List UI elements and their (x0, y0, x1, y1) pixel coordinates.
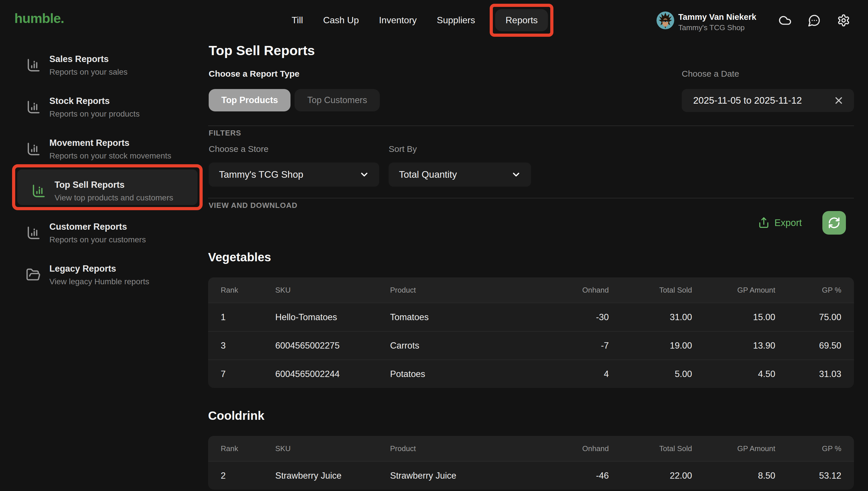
table-cell: Carrots (390, 341, 529, 351)
sort-by-filter-group: Sort By Total Quantity (389, 144, 531, 186)
column-header: Rank (221, 286, 275, 295)
table-cell: Tomatoes (390, 312, 529, 322)
chart-icon (26, 225, 41, 240)
reports-sidebar: Sales Reports Reports on your sales Stoc… (0, 40, 204, 491)
chart-icon (26, 99, 41, 115)
table-cell: 4.50 (692, 369, 775, 379)
nav-item-reports-label: Reports (506, 15, 538, 25)
column-header: Product (390, 286, 529, 295)
sidebar-item-title: Sales Reports (49, 54, 127, 64)
sidebar-item-title: Legacy Reports (49, 263, 149, 274)
table-cell: -30 (529, 312, 609, 322)
chart-icon (26, 142, 41, 156)
table-cell: 7 (221, 369, 275, 379)
chart-icon (31, 183, 46, 198)
column-header: GP % (775, 286, 841, 295)
table-cell: 53.12 (775, 471, 841, 481)
table-cell: 6004565002275 (275, 341, 390, 351)
cloud-sync-icon[interactable] (778, 14, 791, 27)
table-cell: 4 (529, 369, 609, 379)
column-header: Total Sold (609, 444, 692, 453)
report-type-label: Choose a Report Type (209, 69, 380, 79)
report-table: RankSKUProductOnhandTotal SoldGP AmountG… (208, 278, 854, 388)
sidebar-item-legacy-reports[interactable]: Legacy Reports View legacy Humble report… (0, 254, 204, 296)
nav-item-till[interactable]: Till (292, 15, 303, 26)
user-text: Tammy Van Niekerk Tammy's TCG Shop (678, 11, 756, 32)
table-cell: Potatoes (390, 369, 529, 379)
nav-item-inventory[interactable]: Inventory (379, 15, 417, 26)
nav-item-cash-up[interactable]: Cash Up (323, 15, 359, 26)
sort-by-label: Sort By (389, 144, 531, 154)
report-table-section: Cooldrink RankSKUProductOnhandTotal Sold… (208, 409, 854, 490)
sidebar-item-movement-reports[interactable]: Movement Reports Reports on your stock m… (0, 128, 204, 170)
store-select[interactable]: Tammy's TCG Shop (209, 163, 379, 186)
report-table: RankSKUProductOnhandTotal SoldGP AmountG… (208, 436, 854, 490)
gear-icon[interactable] (837, 14, 850, 27)
sidebar-item-subtitle: Reports on your products (49, 109, 140, 119)
sidebar-item-top-sell-reports[interactable]: Top Sell Reports View top products and c… (0, 170, 204, 212)
table-body: 1Hello-TomatoesTomatoes-3031.0015.0075.0… (208, 302, 854, 388)
sidebar-item-title: Movement Reports (49, 138, 171, 148)
app-screen: humble. Till Cash Up Inventory Suppliers… (0, 0, 868, 491)
sidebar-item-title: Stock Reports (49, 96, 140, 106)
table-cell: 2 (221, 471, 275, 481)
avatar[interactable] (656, 11, 674, 29)
sidebar-item-title: Customer Reports (49, 221, 146, 232)
user-profile: Tammy Van Niekerk Tammy's TCG Shop (656, 11, 756, 32)
table-cell: 31.03 (775, 369, 841, 379)
store-filter-label: Choose a Store (209, 144, 379, 154)
table-row: 2Strawberry JuiceStrawberry Juice-4622.0… (208, 461, 854, 490)
sort-by-select-value: Total Quantity (399, 169, 511, 180)
table-cell: 19.00 (609, 341, 692, 351)
top-products-button[interactable]: Top Products (209, 89, 291, 111)
date-picker-label: Choose a Date (682, 69, 854, 79)
humble-logo[interactable]: humble. (14, 10, 64, 26)
table-cell: 13.90 (692, 341, 775, 351)
table-cell: 8.50 (692, 471, 775, 481)
table-header-row: RankSKUProductOnhandTotal SoldGP AmountG… (208, 278, 854, 302)
chart-icon (26, 58, 41, 73)
report-type-group: Choose a Report Type Top Products Top Cu… (209, 69, 380, 111)
sort-by-select[interactable]: Total Quantity (389, 163, 531, 186)
date-range-input[interactable]: 2025-11-05 to 2025-11-12 (682, 89, 854, 112)
sidebar-item-subtitle: View legacy Humble reports (49, 277, 149, 286)
report-table-section: Vegetables RankSKUProductOnhandTotal Sol… (208, 250, 854, 388)
table-row: 36004565002275Carrots-719.0013.9069.50 (208, 331, 854, 359)
column-header: Onhand (529, 444, 609, 453)
export-button[interactable]: Export (758, 217, 802, 229)
column-header: Onhand (529, 286, 609, 295)
user-name: Tammy Van Niekerk (678, 12, 756, 22)
chat-icon[interactable] (808, 14, 821, 27)
date-range-value: 2025-11-05 to 2025-11-12 (693, 95, 833, 106)
divider (208, 198, 854, 198)
export-controls: Export (758, 211, 846, 235)
refresh-button[interactable] (822, 211, 846, 235)
table-cell: 3 (221, 341, 275, 351)
table-cell: 31.00 (609, 312, 692, 322)
nav-item-suppliers[interactable]: Suppliers (437, 15, 475, 26)
table-row: 1Hello-TomatoesTomatoes-3031.0015.0075.0… (208, 302, 854, 331)
column-header: GP Amount (692, 444, 775, 453)
sidebar-item-stock-reports[interactable]: Stock Reports Reports on your products (0, 86, 204, 128)
sidebar-item-subtitle: Reports on your sales (49, 67, 127, 77)
table-cell: 15.00 (692, 312, 775, 322)
top-customers-button[interactable]: Top Customers (295, 89, 380, 111)
column-header: Product (390, 444, 529, 453)
top-bar: humble. Till Cash Up Inventory Suppliers… (0, 0, 868, 40)
sidebar-item-sales-reports[interactable]: Sales Reports Reports on your sales (0, 44, 204, 86)
sidebar-item-title: Top Sell Reports (55, 179, 173, 190)
sidebar-item-subtitle: Reports on your stock movements (49, 151, 171, 161)
table-cell: 69.50 (775, 341, 841, 351)
table-cell: -7 (529, 341, 609, 351)
column-header: GP Amount (692, 286, 775, 295)
table-header-row: RankSKUProductOnhandTotal SoldGP AmountG… (208, 436, 854, 461)
store-select-value: Tammy's TCG Shop (219, 169, 359, 180)
date-picker-group: Choose a Date 2025-11-05 to 2025-11-12 (682, 69, 854, 112)
nav-item-reports[interactable]: Reports (495, 9, 548, 31)
sidebar-item-customer-reports[interactable]: Customer Reports Reports on your custome… (0, 212, 204, 254)
sidebar-item-subtitle: View top products and customers (55, 193, 173, 202)
table-cell: Strawberry Juice (275, 471, 390, 481)
header-icons (778, 14, 850, 27)
export-button-label: Export (774, 218, 802, 228)
clear-date-icon[interactable] (833, 95, 844, 106)
